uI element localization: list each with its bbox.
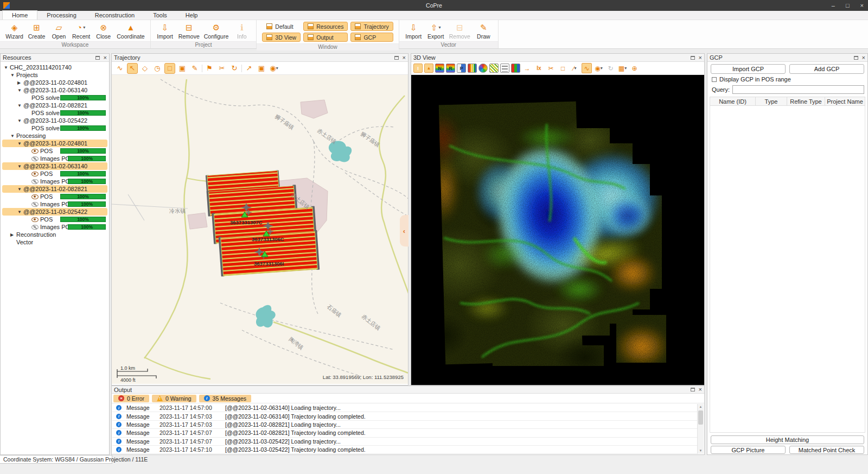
- edit-pen-icon[interactable]: ✎: [189, 63, 200, 74]
- undock-icon[interactable]: [394, 56, 399, 60]
- tab-reconstruction[interactable]: Reconstruction: [86, 10, 144, 20]
- close-icon[interactable]: ×: [699, 387, 702, 393]
- visibility-eye-icon[interactable]: [31, 149, 39, 154]
- messages-filter[interactable]: 35 Messages: [199, 395, 251, 402]
- undock-icon[interactable]: [691, 56, 695, 60]
- toggle-gcp[interactable]: GCP: [350, 33, 393, 42]
- tree-item[interactable]: Projects: [2, 71, 107, 79]
- separator[interactable]: [202, 65, 202, 72]
- visibility-options-icon[interactable]: ◉▾: [593, 63, 604, 73]
- dropdown-caret-icon[interactable]: ▾: [439, 25, 441, 30]
- point-source-icon[interactable]: P: [457, 64, 466, 73]
- expand-arrow-icon[interactable]: [10, 73, 16, 78]
- expand-arrow-icon[interactable]: [17, 118, 23, 123]
- draw-button[interactable]: ✎ Draw: [474, 22, 494, 40]
- message-row[interactable]: Message 2023-11-17 14:57:03 [@@2023-11-0…: [112, 412, 697, 420]
- elevation-color-icon[interactable]: I: [413, 64, 423, 73]
- configure-button[interactable]: ⚙ Configure: [203, 22, 230, 40]
- tree-item[interactable]: POS 100%: [2, 147, 107, 155]
- message-row[interactable]: Message 2023-11-17 14:57:03 [@@2023-11-0…: [112, 421, 697, 429]
- height-matching-button[interactable]: Height Matching: [711, 435, 864, 444]
- toggle-default[interactable]: Default: [262, 22, 301, 31]
- refresh-icon[interactable]: ↻: [229, 63, 240, 74]
- return-render-icon[interactable]: R: [446, 64, 455, 73]
- tree-item[interactable]: @@2023-11-03-025422: [2, 117, 107, 124]
- visibility-eye-icon[interactable]: [31, 194, 39, 199]
- tree-item[interactable]: Images POS 100%: [2, 155, 107, 162]
- track-tool-icon[interactable]: ∿: [114, 63, 125, 74]
- error-filter[interactable]: 0 Error: [113, 395, 149, 402]
- tree-item[interactable]: @@2023-11-02-063140: [2, 162, 107, 170]
- measure-tool-icon[interactable]: ∕▾: [570, 63, 580, 73]
- scroll-up-icon[interactable]: ▲: [698, 404, 704, 410]
- separator[interactable]: [241, 65, 242, 72]
- scroll-down-icon[interactable]: ▼: [698, 448, 704, 454]
- toggle-output[interactable]: Output: [303, 33, 348, 42]
- visibility-dropdown-icon[interactable]: ◉▾: [269, 63, 279, 74]
- trajectory-toggle-icon[interactable]: →: [522, 63, 532, 73]
- projection-mode-icon[interactable]: ▦▾: [617, 63, 628, 73]
- tree-item[interactable]: POS solve 100%: [2, 124, 107, 132]
- visibility-eye-icon[interactable]: [31, 217, 39, 222]
- expand-arrow-icon[interactable]: [17, 164, 23, 169]
- display-gcp-checkbox[interactable]: [712, 77, 717, 82]
- coordinate-button[interactable]: ▲ Coordinate: [116, 22, 145, 40]
- panel-collapse-handle[interactable]: ‹: [400, 215, 409, 247]
- scissors-icon[interactable]: ✂: [216, 63, 227, 74]
- tree-item[interactable]: POS solve 100%: [2, 109, 107, 117]
- tab-processing[interactable]: Processing: [37, 10, 85, 20]
- expand-arrow-icon[interactable]: [17, 103, 23, 108]
- matched-point-check-button[interactable]: Matched Point Check: [789, 446, 864, 454]
- expand-arrow-icon[interactable]: [17, 187, 23, 192]
- rect-select-icon[interactable]: □: [164, 63, 175, 74]
- close-window-button[interactable]: ×: [860, 0, 864, 11]
- rgb-render-icon[interactable]: [511, 64, 520, 73]
- expand-arrow-icon[interactable]: [10, 232, 16, 237]
- create-button[interactable]: ⊞ Create: [27, 22, 47, 40]
- tree-item[interactable]: Reconstruction: [2, 231, 107, 238]
- normal-render-icon[interactable]: N: [435, 64, 444, 73]
- export-vector-button[interactable]: ⇧▾ Export: [426, 22, 446, 40]
- close-icon[interactable]: ×: [104, 55, 107, 61]
- import-project-button[interactable]: ⇩ Import: [155, 22, 175, 40]
- visibility-eye-icon[interactable]: [31, 156, 39, 161]
- time-select-icon[interactable]: ◷: [152, 63, 163, 74]
- column-header[interactable]: Name (ID): [710, 97, 756, 105]
- toggle-trajectory[interactable]: Trajectory: [350, 22, 393, 31]
- color-wheel-icon[interactable]: [478, 64, 488, 73]
- trajectory-map[interactable]: 3637331307C 3637331306C 3637331306I 狮子庙镇…: [112, 75, 408, 384]
- expand-arrow-icon[interactable]: [17, 80, 23, 85]
- import-vector-button[interactable]: ⇩ Import: [404, 22, 424, 40]
- tree-item[interactable]: @@2023-11-02-063140: [2, 86, 107, 94]
- tree-item[interactable]: @@2023-11-02-082821: [2, 102, 107, 109]
- visibility-eye-icon[interactable]: [31, 179, 39, 184]
- tree-item[interactable]: @@2023-11-02-082821: [2, 185, 107, 193]
- map-canvas[interactable]: 3637331307C 3637331306C 3637331306I 狮子庙镇…: [112, 75, 408, 384]
- tree-item[interactable]: CHC_20231114201740: [2, 64, 107, 71]
- expand-arrow-icon[interactable]: [17, 141, 23, 146]
- undock-icon[interactable]: [691, 388, 695, 391]
- close-icon[interactable]: ×: [403, 55, 406, 61]
- output-scrollbar[interactable]: ▲ ▼: [697, 404, 704, 454]
- dropdown-caret-icon[interactable]: ▾: [83, 25, 85, 30]
- copy-selection-icon[interactable]: ▣: [177, 63, 188, 74]
- tree-item[interactable]: Processing: [2, 132, 107, 140]
- minimize-button[interactable]: –: [832, 0, 835, 11]
- tree-item[interactable]: @@2023-11-03-025422: [2, 208, 107, 216]
- column-header[interactable]: Refine Type: [787, 97, 825, 105]
- tree-item[interactable]: POS 100%: [2, 216, 107, 223]
- intensity-color-icon[interactable]: ▲: [424, 64, 433, 73]
- display-settings-icon[interactable]: [500, 64, 509, 73]
- select-arrow-icon[interactable]: ↖: [127, 63, 138, 74]
- photo-pin-icon[interactable]: ▣: [256, 63, 267, 74]
- info-button[interactable]: ℹ Info: [232, 22, 252, 40]
- scrollbar-thumb[interactable]: [698, 410, 703, 425]
- histogram-icon[interactable]: [468, 64, 477, 73]
- message-row[interactable]: Message 2023-11-17 14:57:10 [@@2023-11-0…: [112, 446, 697, 454]
- open-button[interactable]: ▱ Open: [49, 22, 69, 40]
- wizard-button[interactable]: ◈ Wizard: [4, 22, 24, 40]
- tab-tools[interactable]: Tools: [144, 10, 176, 20]
- recent-button[interactable]: ◔▾ Recent: [71, 22, 91, 40]
- tree-item[interactable]: POS 100%: [2, 170, 107, 178]
- import-gcp-button[interactable]: Import GCP: [711, 64, 786, 74]
